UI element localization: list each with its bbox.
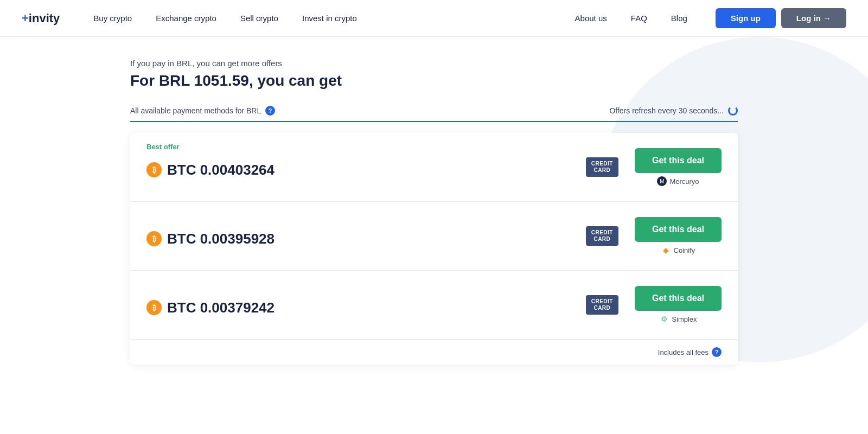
get-deal-button-3[interactable]: Get this deal bbox=[635, 286, 722, 311]
offer-right-2: CREDIT CARD Get this deal ◆ Coinify bbox=[586, 217, 722, 255]
btc-value-3: BTC 0.00379242 bbox=[167, 299, 275, 316]
filter-bar: All available payment methods for BRL ? … bbox=[130, 106, 738, 122]
deal-col-1: Get this deal M Mercuryo bbox=[635, 148, 722, 186]
credit-card-badge-1: CREDIT CARD bbox=[586, 157, 618, 177]
credit-card-line1: CREDIT bbox=[591, 161, 613, 167]
best-offer-label: Best offer bbox=[146, 143, 180, 151]
credit-card-line1-3: CREDIT bbox=[591, 298, 613, 305]
offer-amount-2: ₿ BTC 0.00395928 bbox=[146, 231, 586, 247]
deal-col-2: Get this deal ◆ Coinify bbox=[635, 217, 722, 255]
nav-faq[interactable]: FAQ bbox=[619, 0, 659, 37]
offer-right-1: CREDIT CARD Get this deal M Mercuryo bbox=[586, 148, 722, 186]
simplex-icon: ⚙ bbox=[659, 314, 669, 324]
offer-row-1: Best offer ₿ BTC 0.00403264 CREDIT CARD … bbox=[130, 133, 738, 202]
get-deal-button-1[interactable]: Get this deal bbox=[635, 148, 722, 173]
subtitle: If you pay in BRL, you can get more offe… bbox=[130, 59, 738, 68]
nav-left: Buy crypto Exchange crypto Sell crypto I… bbox=[81, 0, 369, 37]
nav-invest-in-crypto[interactable]: Invest in crypto bbox=[290, 0, 369, 37]
filter-right: Offers refresh every 30 seconds... bbox=[609, 106, 738, 116]
btc-icon-3: ₿ bbox=[146, 300, 162, 315]
nav-buy-crypto[interactable]: Buy crypto bbox=[81, 0, 144, 37]
btc-icon-1: ₿ bbox=[146, 162, 162, 177]
filter-left: All available payment methods for BRL ? bbox=[130, 106, 275, 116]
get-deal-button-2[interactable]: Get this deal bbox=[635, 217, 722, 242]
nav-exchange-crypto[interactable]: Exchange crypto bbox=[144, 0, 228, 37]
offer-row-3: ₿ BTC 0.00379242 CREDIT CARD Get this de… bbox=[130, 271, 738, 340]
btc-value-2: BTC 0.00395928 bbox=[167, 231, 275, 247]
provider-name-3: Simplex bbox=[672, 315, 697, 323]
refresh-text: Offers refresh every 30 seconds... bbox=[609, 106, 724, 115]
payment-methods-info-icon[interactable]: ? bbox=[265, 106, 275, 116]
mercuryo-icon: M bbox=[657, 176, 667, 186]
credit-card-line2-3: CARD bbox=[591, 305, 613, 311]
credit-card-line2-2: CARD bbox=[591, 236, 613, 242]
nav-blog[interactable]: Blog bbox=[659, 0, 699, 37]
fees-info-icon[interactable]: ? bbox=[712, 347, 722, 357]
main-content: If you pay in BRL, you can get more offe… bbox=[0, 37, 868, 386]
nav-sell-crypto[interactable]: Sell crypto bbox=[228, 0, 290, 37]
provider-name-2: Coinify bbox=[674, 246, 695, 254]
logo[interactable]: +invity bbox=[22, 11, 60, 25]
content-area: If you pay in BRL, you can get more offe… bbox=[130, 59, 738, 365]
provider-2: ◆ Coinify bbox=[661, 245, 695, 255]
header: +invity Buy crypto Exchange crypto Sell … bbox=[0, 0, 868, 37]
signup-button[interactable]: Sign up bbox=[716, 8, 776, 28]
payment-methods-label: All available payment methods for BRL bbox=[130, 106, 261, 115]
nav-right-links: About us FAQ Blog bbox=[563, 0, 699, 37]
nav-right: About us FAQ Blog Sign up Log in → bbox=[563, 0, 846, 37]
offer-amount-1: ₿ BTC 0.00403264 bbox=[146, 162, 586, 178]
offers-container: Best offer ₿ BTC 0.00403264 CREDIT CARD … bbox=[130, 133, 738, 365]
logo-plus: + bbox=[22, 11, 29, 25]
provider-3: ⚙ Simplex bbox=[659, 314, 697, 324]
refresh-icon bbox=[728, 106, 738, 116]
offer-amount-3: ₿ BTC 0.00379242 bbox=[146, 299, 586, 316]
credit-card-line1-2: CREDIT bbox=[591, 229, 613, 236]
btc-icon-2: ₿ bbox=[146, 231, 162, 246]
coinify-icon: ◆ bbox=[661, 245, 671, 255]
credit-card-line2: CARD bbox=[591, 167, 613, 174]
deal-col-3: Get this deal ⚙ Simplex bbox=[635, 286, 722, 324]
nav-about-us[interactable]: About us bbox=[563, 0, 619, 37]
includes-all-fees-label: Includes all fees bbox=[658, 348, 709, 356]
btc-value-1: BTC 0.00403264 bbox=[167, 162, 275, 178]
footer-note: Includes all fees ? bbox=[130, 340, 738, 365]
credit-card-badge-2: CREDIT CARD bbox=[586, 226, 618, 246]
page-title: For BRL 1051.59, you can get bbox=[130, 72, 738, 90]
offer-right-3: CREDIT CARD Get this deal ⚙ Simplex bbox=[586, 286, 722, 324]
credit-card-badge-3: CREDIT CARD bbox=[586, 295, 618, 315]
provider-name-1: Mercuryo bbox=[669, 177, 699, 186]
logo-name: invity bbox=[29, 11, 60, 25]
offer-row-2: ₿ BTC 0.00395928 CREDIT CARD Get this de… bbox=[130, 202, 738, 271]
provider-1: M Mercuryo bbox=[657, 176, 699, 186]
login-button[interactable]: Log in → bbox=[781, 8, 846, 28]
